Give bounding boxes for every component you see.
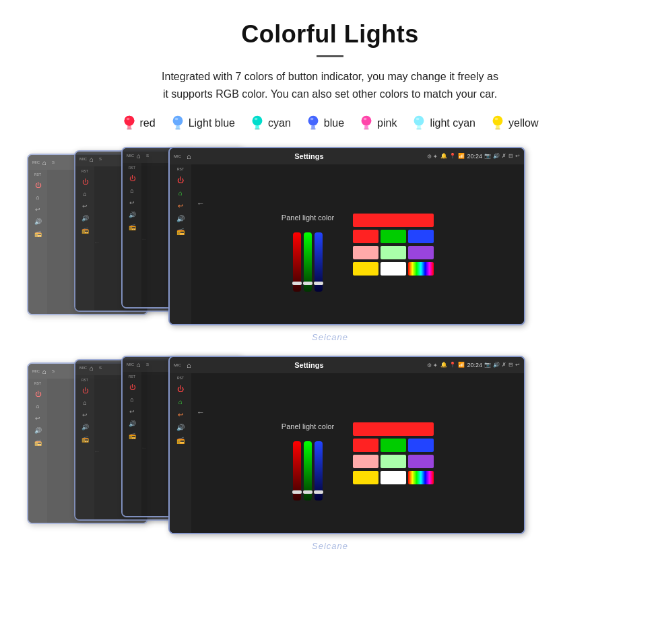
body-front-bottom: RST ⏻ ⌂ ↩ 🔊 📻 ← Panel light color: [170, 373, 524, 534]
top-screens-container: MIC ⌂ S RST ⏻ ⌂ ↩ 🔊 📻 ←: [27, 147, 633, 349]
settings-title-top: Settings: [194, 152, 425, 160]
svg-rect-15: [310, 129, 315, 130]
description-line2: it supports RGB color. You can also set …: [163, 88, 497, 100]
svg-point-21: [414, 116, 424, 126]
sidebar-front-top: RST ⏻ ⌂ ↩ 🔊 📻: [170, 164, 191, 325]
color-sliders-bottom: [293, 440, 323, 501]
svg-rect-18: [364, 126, 368, 129]
svg-rect-6: [176, 126, 180, 129]
svg-rect-26: [496, 126, 500, 129]
description: Integrated with 7 colors of button indic…: [27, 68, 633, 102]
bulb-yellow-icon: [490, 115, 505, 132]
color-label-lightcyan: light cyan: [430, 117, 475, 129]
topbar-icons-bottom: 🔔 📍 📶 20:24 📷 🔊 ✗ ⊟ ↩: [440, 362, 520, 368]
title-divider: [317, 55, 343, 57]
color-label-yellow: yellow: [508, 117, 538, 129]
color-label-cyan: cyan: [268, 117, 291, 129]
sidebar-b2: RST ⏻ ⌂ ↩ 🔊 📻: [75, 375, 94, 519]
page-title: Colorful Lights: [27, 20, 633, 49]
color-label-lightblue: Light blue: [189, 117, 235, 129]
svg-point-8: [174, 118, 178, 121]
panel-label-area-top: Panel light color: [282, 214, 334, 292]
bulb-pink-icon: [359, 115, 374, 132]
color-label-red: red: [140, 117, 156, 129]
color-label-blue: blue: [324, 117, 344, 129]
color-item-lightcyan: light cyan: [411, 115, 475, 132]
color-item-yellow: yellow: [490, 115, 538, 132]
bulb-red-icon: [122, 115, 137, 132]
front-screen-bottom: MIC ⌂ Settings ⚙ ✦ 🔔 📍 📶 20:24 📷 🔊 ✗ ⊟ ↩: [168, 356, 525, 534]
color-item-red: red: [122, 115, 156, 132]
title-section: Colorful Lights: [27, 20, 633, 57]
svg-rect-23: [417, 129, 422, 130]
color-item-lightblue: Light blue: [170, 115, 235, 132]
content-front-bottom: ← Panel light color: [191, 373, 524, 534]
color-labels-row: red Light blue cyan: [27, 115, 633, 132]
svg-rect-1: [127, 126, 131, 129]
svg-rect-10: [255, 126, 259, 129]
watermark-bottom: Seicane: [312, 541, 348, 551]
panel-section-bottom: Panel light color: [282, 422, 434, 501]
color-sliders-top: [293, 231, 323, 292]
sidebar-back3: RST ⏻ ⌂ ↩ 🔊 📻: [123, 163, 141, 307]
svg-point-9: [253, 116, 263, 126]
top-screens-section: MIC ⌂ S RST ⏻ ⌂ ↩ 🔊 📻 ←: [27, 147, 633, 349]
color-item-cyan: cyan: [250, 115, 291, 132]
topbar-front-bottom: MIC ⌂ Settings ⚙ ✦ 🔔 📍 📶 20:24 📷 🔊 ✗ ⊟ ↩: [170, 357, 524, 373]
svg-point-12: [255, 118, 258, 121]
svg-point-25: [493, 116, 503, 126]
svg-rect-22: [418, 126, 422, 129]
svg-rect-7: [175, 129, 180, 130]
color-item-blue: blue: [306, 115, 344, 132]
svg-point-16: [310, 118, 314, 121]
svg-rect-27: [495, 129, 500, 130]
svg-rect-19: [364, 129, 368, 130]
front-screen-top: MIC ⌂ Settings ⚙ ✦ 🔔 📍 📶 20:24 📷 🔊 ✗ ⊟ ↩: [168, 147, 525, 325]
color-label-pink: pink: [377, 117, 397, 129]
bulb-lightblue-icon: [170, 115, 185, 132]
bulb-blue-icon: [306, 115, 321, 132]
svg-point-4: [126, 118, 129, 121]
svg-point-28: [495, 118, 498, 121]
time-display-top: 20:24: [467, 153, 482, 160]
sidebar-back2: RST ⏻ ⌂ ↩ 🔊 📻: [75, 166, 94, 311]
settings-title-bottom: Settings: [194, 361, 425, 369]
panel-label-text-bottom: Panel light color: [282, 422, 334, 430]
svg-point-20: [364, 118, 367, 121]
topbar-front-top: MIC ⌂ Settings ⚙ ✦ 🔔 📍 📶 20:24 📷 🔊 ✗ ⊟ ↩: [170, 148, 524, 164]
color-item-pink: pink: [359, 115, 397, 132]
bulb-cyan-icon: [250, 115, 265, 132]
svg-point-17: [362, 116, 372, 126]
body-front-top: RST ⏻ ⌂ ↩ 🔊 📻 ← Panel light color: [170, 164, 524, 325]
bottom-screens-container: MIC ⌂ S RST ⏻ ⌂ ↩ 🔊 📻 ←: [27, 356, 633, 558]
sidebar-back1: RST ⏻ ⌂ ↩ 🔊 📻: [28, 170, 47, 314]
panel-label-area-bottom: Panel light color: [282, 422, 334, 501]
content-front-top: ← Panel light color: [191, 164, 524, 325]
sidebar-b1: RST ⏻ ⌂ ↩ 🔊 📻: [28, 379, 47, 523]
time-display-bottom: 20:24: [467, 362, 482, 368]
svg-point-13: [308, 116, 318, 126]
page-wrapper: Colorful Lights Integrated with 7 colors…: [0, 0, 660, 585]
panel-label-text-top: Panel light color: [282, 214, 334, 222]
topbar-icons-top: 🔔 📍 📶 20:24 📷 🔊 ✗ ⊟ ↩: [440, 153, 520, 160]
description-line1: Integrated with 7 colors of button indic…: [162, 71, 498, 82]
panel-section-top: Panel light color: [282, 214, 434, 292]
svg-rect-2: [127, 129, 131, 130]
svg-point-24: [416, 118, 420, 121]
color-swatches-top: [353, 214, 434, 276]
watermark-top: Seicane: [312, 332, 348, 342]
svg-rect-14: [311, 126, 315, 129]
sidebar-front-bottom: RST ⏻ ⌂ ↩ 🔊 📻: [170, 373, 191, 534]
svg-point-3: [124, 116, 134, 126]
bulb-lightcyan-icon: [411, 115, 426, 132]
svg-rect-11: [255, 129, 259, 130]
sidebar-b3: RST ⏻ ⌂ ↩ 🔊 📻: [123, 372, 141, 516]
color-swatches-bottom: [353, 422, 434, 484]
bottom-screens-section: MIC ⌂ S RST ⏻ ⌂ ↩ 🔊 📻 ←: [27, 356, 633, 558]
svg-point-5: [172, 116, 183, 126]
